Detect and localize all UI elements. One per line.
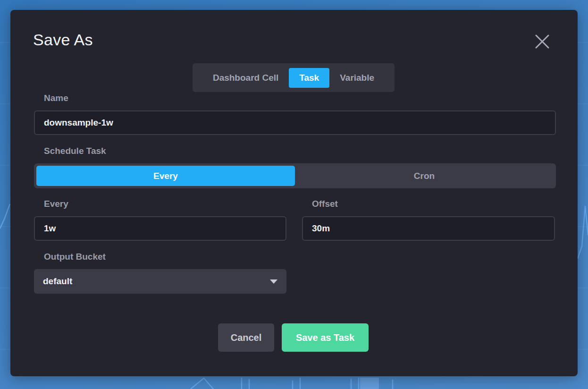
toggle-option-cron[interactable]: Cron — [295, 166, 554, 186]
every-input[interactable] — [34, 216, 286, 241]
close-icon[interactable] — [532, 32, 552, 51]
offset-input[interactable] — [302, 216, 555, 241]
tab-task[interactable]: Task — [289, 68, 329, 88]
cancel-button[interactable]: Cancel — [218, 323, 274, 352]
output-bucket-dropdown[interactable]: default — [34, 269, 286, 294]
caret-down-icon — [270, 279, 277, 284]
screen: { "modal": { "title": "Save As" }, "tabs… — [0, 0, 588, 389]
save-as-modal: Save As Dashboard Cell Task Variable Nam… — [10, 10, 578, 376]
tab-variable[interactable]: Variable — [334, 68, 380, 88]
every-label: Every — [44, 199, 68, 209]
offset-label: Offset — [312, 199, 338, 209]
schedule-task-label: Schedule Task — [44, 146, 106, 156]
name-label: Name — [44, 93, 68, 103]
tab-dashboard-cell[interactable]: Dashboard Cell — [207, 68, 285, 88]
modal-title: Save As — [33, 31, 93, 49]
name-input[interactable] — [34, 110, 556, 135]
output-bucket-value: default — [43, 276, 72, 287]
output-bucket-label: Output Bucket — [44, 252, 106, 262]
toggle-option-every[interactable]: Every — [36, 166, 295, 186]
save-as-tab-group: Dashboard Cell Task Variable — [193, 63, 395, 92]
save-as-task-button[interactable]: Save as Task — [282, 323, 369, 352]
schedule-toggle: Every Cron — [34, 163, 556, 188]
